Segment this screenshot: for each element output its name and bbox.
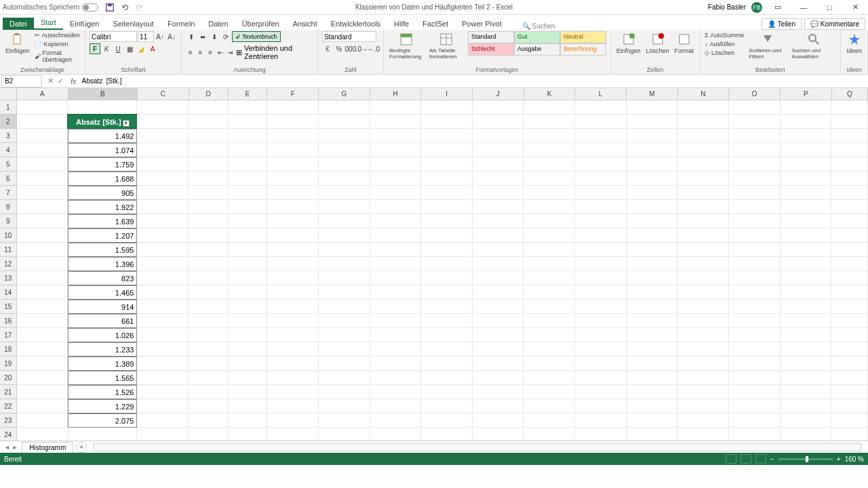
cell-Q19[interactable] [831,357,868,371]
cell-I22[interactable] [421,399,473,413]
tab-factset[interactable]: FactSet [416,18,455,30]
cell-H21[interactable] [370,385,422,399]
cell-Q11[interactable] [831,243,868,257]
col-header-O[interactable]: O [729,88,781,100]
col-header-B[interactable]: B [68,88,138,100]
filter-icon[interactable]: ▾ [123,120,130,127]
cell-M7[interactable] [627,186,678,200]
cell-P14[interactable] [781,285,832,300]
cell-N14[interactable] [677,285,729,300]
cell-E9[interactable] [228,214,267,228]
cell-Q21[interactable] [831,385,868,399]
cell-G22[interactable] [319,399,370,413]
cell-L9[interactable] [575,214,627,228]
cell-Q8[interactable] [831,200,868,214]
cell-H5[interactable] [370,157,422,171]
cell-P21[interactable] [781,385,832,399]
align-middle-icon[interactable]: ⬌ [197,31,208,42]
format-painter-button[interactable]: 🖌 Format übertragen [34,49,81,64]
cell-K11[interactable] [524,243,575,257]
cell-A20[interactable] [17,371,68,385]
col-header-L[interactable]: L [575,88,627,100]
cell-P8[interactable] [781,200,832,214]
cell-C11[interactable] [137,243,189,257]
cell-A18[interactable] [17,342,68,357]
cell-I6[interactable] [421,171,473,186]
cell-J14[interactable] [473,285,524,300]
cell-I20[interactable] [421,371,473,385]
cell-B17[interactable]: 1.026 [68,328,137,342]
sheet-tab-histogramm[interactable]: Histogramm [22,442,73,453]
cell-B22[interactable]: 1.229 [68,399,137,413]
tab-developer[interactable]: Entwicklertools [324,18,387,30]
cell-H20[interactable] [370,371,422,385]
cell-A1[interactable] [17,100,68,115]
col-header-I[interactable]: I [421,88,473,100]
cell-H1[interactable] [370,100,421,115]
row-header-17[interactable]: 17 [0,328,17,342]
cell-N16[interactable] [677,314,729,328]
border-button[interactable]: ▦ [124,43,135,54]
row-header-6[interactable]: 6 [0,171,17,186]
cell-L8[interactable] [575,200,627,214]
cell-K14[interactable] [524,285,575,300]
cell-F18[interactable] [267,342,319,357]
style-gut[interactable]: Gut [514,31,560,43]
cell-M6[interactable] [627,171,678,186]
cell-H7[interactable] [370,186,422,200]
style-schlecht[interactable]: Schlecht [468,43,514,56]
cell-F24[interactable] [267,428,319,441]
cell-E2[interactable] [228,115,267,129]
orientation-icon[interactable]: ⟳ [220,31,231,42]
cell-E3[interactable] [228,129,267,143]
cell-K15[interactable] [524,300,575,314]
cell-P5[interactable] [781,157,832,171]
cell-Q4[interactable] [831,143,868,157]
comments-button[interactable]: 💬 Kommentare [804,18,865,30]
row-header-2[interactable]: 2 [0,115,17,129]
cell-N2[interactable] [677,115,729,129]
cell-F11[interactable] [267,243,319,257]
cell-Q10[interactable] [831,228,868,243]
cell-L19[interactable] [575,357,627,371]
cell-M11[interactable] [627,243,678,257]
cell-K17[interactable] [524,328,575,342]
cell-B13[interactable]: 823 [68,271,137,285]
cell-C22[interactable] [137,399,189,413]
cell-L21[interactable] [575,385,627,399]
enter-fx-icon[interactable]: ✓ [58,77,64,85]
cell-F1[interactable] [267,100,319,115]
zoom-out-icon[interactable]: − [770,455,774,463]
cell-C6[interactable] [137,171,189,186]
cell-C3[interactable] [137,129,189,143]
cell-Q15[interactable] [831,300,868,314]
cell-Q18[interactable] [831,342,868,357]
zoom-slider[interactable] [778,458,833,460]
cell-A22[interactable] [17,399,68,413]
user-avatar[interactable]: FB [751,2,762,13]
cell-G24[interactable] [319,428,370,441]
tab-file[interactable]: Datei [3,18,34,30]
cell-I1[interactable] [421,100,473,115]
currency-icon[interactable]: € [322,43,333,54]
row-header-4[interactable]: 4 [0,143,17,157]
cell-C12[interactable] [137,257,189,271]
cell-G3[interactable] [319,129,370,143]
col-header-F[interactable]: F [267,88,319,100]
cell-K20[interactable] [524,371,575,385]
cell-M19[interactable] [627,357,678,371]
cell-H24[interactable] [370,428,421,441]
cell-B21[interactable]: 1.526 [68,385,137,399]
cell-B15[interactable]: 914 [68,300,137,314]
align-top-icon[interactable]: ⬆ [186,31,197,42]
cell-J4[interactable] [473,143,524,157]
cell-L10[interactable] [575,228,627,243]
cell-Q14[interactable] [831,285,868,300]
cell-P3[interactable] [781,129,832,143]
cell-Q22[interactable] [831,399,868,413]
cell-C9[interactable] [137,214,189,228]
cell-F14[interactable] [267,285,319,300]
cell-O11[interactable] [729,243,781,257]
cell-N15[interactable] [677,300,729,314]
share-button[interactable]: 👤 Teilen [762,18,802,30]
